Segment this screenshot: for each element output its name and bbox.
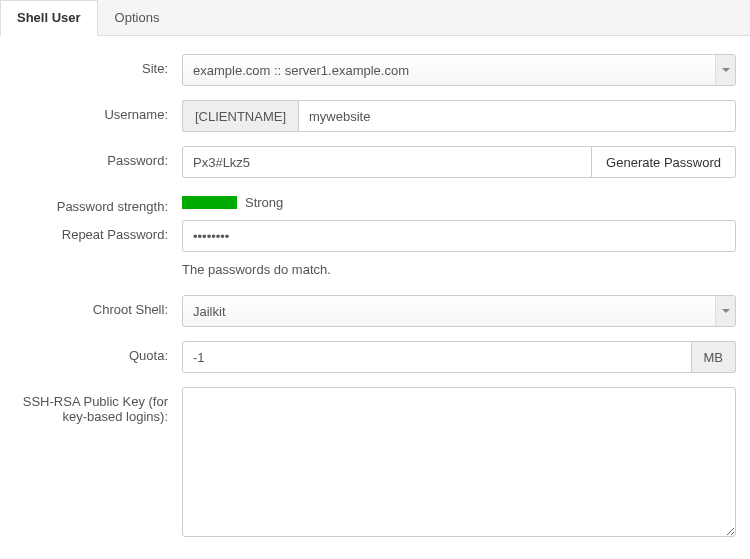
ssh-key-textarea[interactable] — [182, 387, 736, 537]
repeat-password-input[interactable] — [182, 220, 736, 252]
label-quota: Quota: — [14, 341, 182, 363]
password-strength-text: Strong — [245, 195, 283, 210]
label-active: Active: — [14, 554, 182, 559]
label-repeat-password: Repeat Password: — [14, 220, 182, 242]
label-password-strength: Password strength: — [14, 192, 182, 214]
password-strength-bar — [182, 196, 237, 209]
label-chroot-shell: Chroot Shell: — [14, 295, 182, 317]
password-input[interactable] — [182, 146, 592, 178]
username-input[interactable] — [298, 100, 736, 132]
label-ssh-key: SSH-RSA Public Key (for key-based logins… — [14, 387, 182, 424]
form: Site: example.com :: server1.example.com… — [0, 36, 750, 559]
tab-bar: Shell User Options — [0, 0, 750, 36]
tab-shell-user[interactable]: Shell User — [0, 0, 98, 36]
password-match-message: The passwords do match. — [182, 262, 736, 277]
site-select[interactable]: example.com :: server1.example.com — [182, 54, 736, 86]
chroot-shell-select[interactable]: Jailkit — [182, 295, 736, 327]
quota-unit: MB — [692, 341, 737, 373]
tab-options[interactable]: Options — [98, 0, 177, 36]
generate-password-button[interactable]: Generate Password — [592, 146, 736, 178]
label-site: Site: — [14, 54, 182, 76]
label-username: Username: — [14, 100, 182, 122]
quota-input[interactable] — [182, 341, 692, 373]
label-password: Password: — [14, 146, 182, 168]
username-prefix: [CLIENTNAME] — [182, 100, 298, 132]
